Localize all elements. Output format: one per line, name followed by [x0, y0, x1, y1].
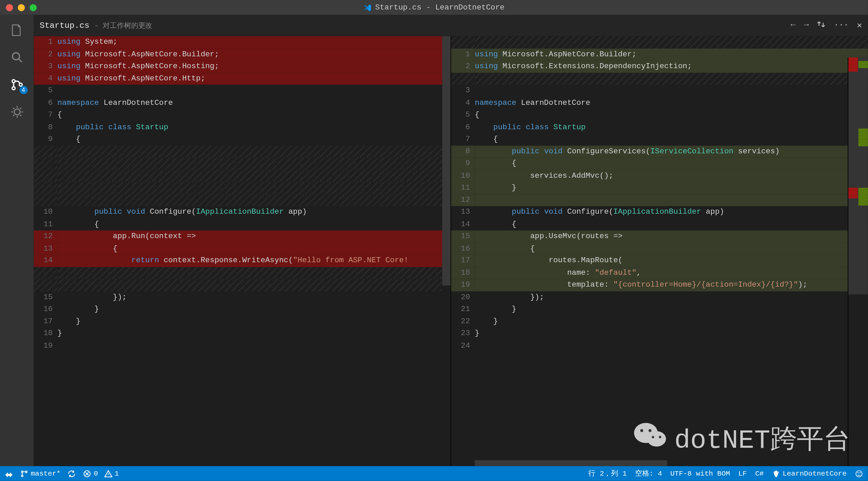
eol-button[interactable]: LF — [738, 469, 747, 478]
code-line[interactable]: 18 name: "default", — [451, 267, 868, 279]
explorer-icon[interactable] — [8, 22, 25, 39]
svg-point-11 — [860, 472, 861, 473]
feedback-icon[interactable] — [855, 469, 863, 478]
svg-point-6 — [21, 475, 23, 477]
code-line[interactable]: 8 public class Startup — [34, 121, 451, 133]
sync-button[interactable] — [68, 469, 76, 478]
left-scrollbar[interactable] — [442, 36, 450, 466]
code-line[interactable]: 24 — [451, 340, 868, 352]
code-line[interactable]: 17 routes.MapRoute( — [451, 255, 868, 267]
code-line[interactable]: 19 — [34, 340, 451, 352]
code-line[interactable]: 10 public void Configure(IApplicationBui… — [34, 206, 451, 218]
code-line[interactable] — [34, 170, 451, 182]
source-control-icon[interactable]: 4 — [8, 76, 25, 93]
code-line[interactable]: 5 — [34, 85, 451, 97]
code-line[interactable]: 2using Microsoft.Extensions.DependencyIn… — [451, 60, 868, 73]
titlebar: Startup.cs - LearnDotnetCore — [0, 0, 868, 15]
code-line[interactable]: 9 { — [451, 157, 868, 170]
tab-actions: ← → ··· ✕ — [791, 20, 862, 31]
code-line[interactable]: 23} — [451, 328, 868, 340]
code-line[interactable]: 22 } — [451, 315, 868, 328]
indent-button[interactable]: 空格: 4 — [635, 468, 662, 479]
svg-point-16 — [652, 436, 654, 438]
code-line[interactable] — [34, 182, 451, 194]
code-line[interactable]: 6namespace LearnDotnetCore — [34, 97, 451, 109]
svg-point-2 — [12, 87, 15, 90]
code-line[interactable]: 4using Microsoft.AspNetCore.Http; — [34, 73, 451, 85]
debug-icon[interactable] — [8, 104, 25, 120]
code-line[interactable]: 6 public class Startup — [451, 121, 868, 133]
tab-filename[interactable]: Startup.cs — [40, 21, 90, 30]
code-line[interactable]: 19 template: "{controller=Home}/{action=… — [451, 279, 868, 291]
close-window-button[interactable] — [6, 4, 13, 11]
maximize-window-button[interactable] — [29, 4, 37, 11]
svg-point-10 — [858, 472, 859, 473]
status-bar: master* 0 1 行 2，列 1 空格: 4 UTF-8 with BOM… — [0, 466, 868, 481]
code-line[interactable]: 7{ — [34, 109, 451, 121]
diff-modified-pane[interactable]: 1using Microsoft.AspNetCore.Builder;2usi… — [451, 36, 868, 466]
minimize-window-button[interactable] — [18, 4, 25, 11]
right-h-scrollbar[interactable] — [475, 460, 860, 466]
code-line[interactable]: 9 { — [34, 133, 451, 146]
code-line[interactable]: 3 — [451, 85, 868, 97]
code-line[interactable] — [34, 279, 451, 291]
code-line[interactable]: 16 { — [451, 243, 868, 255]
code-line[interactable]: 16 } — [34, 303, 451, 315]
code-line[interactable]: 12 — [451, 194, 868, 206]
code-line[interactable]: 13 public void Configure(IApplicationBui… — [451, 206, 868, 218]
search-icon[interactable] — [8, 49, 25, 66]
svg-point-4 — [14, 109, 20, 115]
code-line[interactable]: 11 } — [451, 182, 868, 194]
next-change-button[interactable]: → — [804, 20, 809, 31]
svg-point-3 — [19, 83, 22, 86]
code-line[interactable] — [34, 146, 451, 158]
encoding-button[interactable]: UTF-8 with BOM — [670, 469, 730, 478]
editor-tab-bar: Startup.cs - 对工作树的更改 ← → ··· ✕ — [34, 15, 868, 36]
more-actions-button[interactable]: ··· — [834, 20, 849, 31]
code-line[interactable]: 3using Microsoft.AspNetCore.Hosting; — [34, 60, 451, 73]
close-diff-button[interactable]: ✕ — [857, 20, 862, 31]
problems-button[interactable]: 0 1 — [83, 469, 119, 478]
code-line[interactable]: 13 { — [34, 243, 451, 255]
watermark: dotNET跨平台 — [633, 420, 850, 457]
svg-point-15 — [649, 429, 652, 432]
code-line[interactable]: 14 return context.Response.WriteAsync("H… — [34, 255, 451, 267]
code-line[interactable]: 5{ — [451, 109, 868, 121]
code-line[interactable]: 14 { — [451, 218, 868, 230]
diff-original-pane[interactable]: 1using System;2using Microsoft.AspNetCor… — [34, 36, 451, 466]
overview-ruler[interactable] — [848, 57, 868, 466]
code-line[interactable]: 2using Microsoft.AspNetCore.Builder; — [34, 48, 451, 60]
code-line[interactable]: 18} — [34, 328, 451, 340]
swap-button[interactable] — [817, 20, 825, 31]
code-line[interactable] — [34, 267, 451, 279]
prev-change-button[interactable]: ← — [791, 20, 796, 31]
code-line[interactable]: 12 app.Run(context => — [34, 230, 451, 243]
code-line[interactable]: 10 services.AddMvc(); — [451, 170, 868, 182]
wechat-icon — [633, 420, 668, 457]
code-line[interactable]: 8 public void ConfigureServices(IService… — [451, 146, 868, 158]
cursor-position[interactable]: 行 2，列 1 — [588, 468, 627, 479]
code-line[interactable]: 21 } — [451, 303, 868, 315]
code-line[interactable]: 15 app.UseMvc(routes => — [451, 230, 868, 243]
svg-point-5 — [21, 471, 23, 473]
code-line[interactable] — [451, 36, 868, 49]
code-line[interactable] — [34, 157, 451, 170]
code-line[interactable]: 1using Microsoft.AspNetCore.Builder; — [451, 48, 868, 60]
code-line[interactable] — [34, 194, 451, 206]
code-line[interactable]: 20 }); — [451, 291, 868, 303]
code-line[interactable] — [451, 73, 868, 85]
code-line[interactable]: 4namespace LearnDotnetCore — [451, 97, 868, 109]
editor-area: Startup.cs - 对工作树的更改 ← → ··· ✕ 1using Sy… — [34, 15, 868, 466]
language-mode-button[interactable]: C# — [755, 469, 764, 478]
git-branch-button[interactable]: master* — [20, 469, 60, 478]
remote-button[interactable] — [5, 469, 13, 478]
svg-point-17 — [659, 436, 661, 438]
activity-bar: 4 — [0, 15, 34, 466]
code-line[interactable]: 15 }); — [34, 291, 451, 303]
code-line[interactable]: 11 { — [34, 218, 451, 230]
code-line[interactable]: 1using System; — [34, 36, 451, 49]
code-line[interactable]: 17 } — [34, 315, 451, 328]
code-line[interactable]: 7 { — [451, 133, 868, 146]
diff-view: 1using System;2using Microsoft.AspNetCor… — [34, 36, 868, 466]
project-button[interactable]: LearnDotnetCore — [772, 469, 847, 478]
